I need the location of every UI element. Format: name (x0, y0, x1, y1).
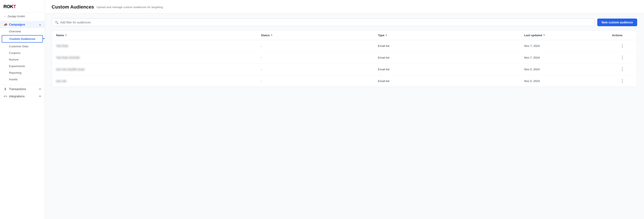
col-header-status: Status ⇅ (257, 31, 374, 40)
content-area: 🔍 New custom audience Name ⇅ (45, 13, 644, 219)
sidebar-item-transactions[interactable]: $ Transactions ▼ (0, 85, 44, 93)
row-3-type: Email list (374, 75, 520, 87)
page-title: Custom Audiences (52, 4, 94, 10)
divider (0, 84, 44, 85)
filter-row: 🔍 New custom audience (52, 18, 637, 26)
row-3-name: test rokt (52, 75, 257, 87)
integrations-label: Integrations (9, 95, 24, 98)
sidebar-item-overview[interactable]: Overview (0, 28, 44, 35)
integrations-expand-icon: ▼ (39, 95, 41, 98)
actions-menu-icon[interactable]: ⋮ (620, 79, 624, 83)
row-3-actions[interactable]: ⋮ (608, 75, 637, 87)
row-2-updated: Nov 5, 2024 (520, 63, 608, 75)
status-sort-icon[interactable]: ⇅ (270, 34, 272, 37)
row-3-updated: Nov 5, 2024 (520, 75, 608, 87)
campaigns-label: Campaigns (9, 23, 25, 26)
transactions-expand-icon: ▼ (39, 88, 41, 90)
sidebar-item-customer-data[interactable]: Customer Data (0, 43, 44, 50)
table-row: test rokt - Email list Nov 5, 2024 ⋮ (52, 75, 637, 87)
type-sort-icon[interactable]: ⇅ (386, 34, 387, 37)
transactions-label: Transactions (9, 87, 26, 91)
name-sort-icon[interactable]: ⇅ (65, 34, 67, 37)
actions-menu-icon[interactable]: ⋮ (620, 67, 624, 71)
integrations-icon: <> (4, 95, 7, 98)
sidebar-item-assets[interactable]: Assets (0, 76, 44, 83)
sidebar-item-integrations[interactable]: <> Integrations ▼ (0, 93, 44, 100)
reporting-label: Reporting (9, 71, 22, 74)
table-header: Name ⇅ Status ⇅ Type (52, 31, 637, 40)
custom-audiences-label: Custom Audiences (10, 37, 36, 40)
sidebar-item-custom-audiences[interactable]: Custom Audiences (2, 35, 43, 43)
sidebar-item-nurture[interactable]: Nurture (0, 56, 44, 63)
actions-menu-icon[interactable]: ⋮ (620, 44, 624, 48)
customer-data-label: Customer Data (9, 45, 28, 48)
audiences-table: Name ⇅ Status ⇅ Type (52, 31, 637, 87)
updated-sort-icon[interactable]: ⇅ (543, 34, 545, 37)
page-header: Custom Audiences Upload and manage custo… (45, 0, 644, 13)
row-1-status: - (257, 52, 374, 63)
actions-menu-icon[interactable]: ⋮ (620, 55, 624, 60)
row-1-name: Test Rokt SHA256 (52, 52, 257, 63)
col-header-last-updated: Last updated ⇅ (520, 31, 608, 40)
row-0-updated: Nov 7, 2024 (520, 40, 608, 52)
row-2-type: Email list (374, 63, 520, 75)
nurture-label: Nurture (9, 58, 18, 61)
back-icon: ← (4, 15, 6, 18)
sidebar-item-reporting[interactable]: Reporting (0, 69, 44, 76)
col-header-actions: Actions (608, 31, 637, 40)
table-row: Test Rokt - Email list Nov 7, 2024 ⋮ (52, 40, 637, 52)
coupons-label: Coupons (9, 51, 20, 54)
row-0-status: - (257, 40, 374, 52)
logo-text: ROKT (4, 4, 16, 9)
table-row: test rokt sha256 email - Email list Nov … (52, 63, 637, 75)
transactions-icon: $ (4, 87, 7, 91)
experiments-label: Experiments (9, 64, 25, 68)
sidebar: ROKT ← Zeotap GmbH 📣 Campaigns ▲ Overvie… (0, 0, 45, 219)
row-1-actions[interactable]: ⋮ (608, 52, 637, 63)
row-2-status: - (257, 63, 374, 75)
page-subtitle: Upload and manage custom audiences for t… (96, 5, 164, 9)
row-1-updated: Nov 7, 2024 (520, 52, 608, 63)
logo: ROKT (0, 0, 44, 12)
search-box[interactable]: 🔍 (52, 18, 595, 26)
row-3-status: - (257, 75, 374, 87)
audiences-table-container: Name ⇅ Status ⇅ Type (52, 30, 637, 87)
account-switcher[interactable]: ← Zeotap GmbH (0, 12, 44, 20)
new-audience-button[interactable]: New custom audience (597, 18, 637, 26)
account-name: Zeotap GmbH (8, 15, 25, 18)
row-0-actions[interactable]: ⋮ (608, 40, 637, 52)
sidebar-item-experiments[interactable]: Experiments (0, 63, 44, 69)
overview-label: Overview (9, 30, 21, 33)
campaigns-expand-icon: ▲ (39, 23, 41, 26)
row-2-name: test rokt sha256 email (52, 63, 257, 75)
arrow-indicator (43, 35, 45, 42)
row-0-type: Email list (374, 40, 520, 52)
table-row: Test Rokt SHA256 - Email list Nov 7, 202… (52, 52, 637, 63)
main-content: Custom Audiences Upload and manage custo… (45, 0, 644, 219)
row-2-actions[interactable]: ⋮ (608, 63, 637, 75)
col-header-type: Type ⇅ (374, 31, 520, 40)
search-input[interactable] (60, 21, 592, 24)
sidebar-item-coupons[interactable]: Coupons (0, 50, 44, 56)
col-header-name: Name ⇅ (52, 31, 257, 40)
assets-label: Assets (9, 78, 18, 81)
row-0-name: Test Rokt (52, 40, 257, 52)
sidebar-item-campaigns[interactable]: 📣 Campaigns ▲ (0, 21, 44, 28)
search-icon: 🔍 (55, 21, 58, 24)
campaigns-section: 📣 Campaigns ▲ Overview Custom Audiences … (0, 20, 44, 83)
table-body: Test Rokt - Email list Nov 7, 2024 ⋮ Tes… (52, 40, 637, 87)
campaigns-icon: 📣 (4, 23, 7, 26)
row-1-type: Email list (374, 52, 520, 63)
